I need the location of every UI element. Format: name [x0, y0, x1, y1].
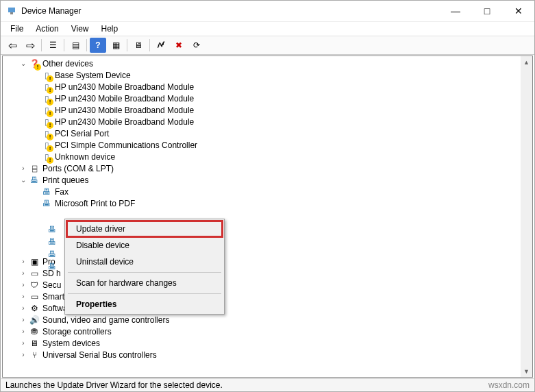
details-icon[interactable]: ▦: [108, 38, 124, 53]
toolbar-separator: [41, 39, 42, 51]
tree-node[interactable]: ›⌸Ports (COM & LPT): [3, 162, 521, 174]
context-menu-item[interactable]: Uninstall device: [66, 254, 223, 270]
expander-closed-icon[interactable]: ›: [18, 303, 29, 314]
expander-closed-icon[interactable]: ›: [18, 280, 29, 291]
printer-icon: 🖶: [47, 223, 58, 235]
update-driver-icon[interactable]: ⟳: [188, 38, 205, 53]
tree-node[interactable]: ▯HP un2430 Mobile Broadband Module: [3, 93, 521, 104]
close-button[interactable]: ✕: [503, 1, 534, 21]
tree-node[interactable]: ⌄❓Other devices: [3, 58, 521, 69]
menu-view[interactable]: View: [66, 23, 95, 34]
expander-placeholder: [30, 186, 41, 197]
tree-node[interactable]: ▯Base System Device: [3, 69, 521, 81]
tree-node[interactable]: ▯HP un2430 Mobile Broadband Module: [3, 116, 521, 127]
context-menu-item[interactable]: Disable device: [66, 237, 223, 254]
toolbar-separator: [86, 39, 87, 51]
tree-node-label: HP un2430 Mobile Broadband Module: [55, 106, 194, 115]
tree-node[interactable]: ›🖥System devices: [3, 337, 521, 349]
tree-node[interactable]: ⌄🖶Print queues: [3, 174, 521, 186]
expander-placeholder: [30, 70, 41, 81]
credit-text: wsxdn.com: [488, 380, 530, 390]
svg-rect-0: [8, 8, 15, 12]
system-icon: 🖥: [29, 338, 40, 349]
maximize-button[interactable]: □: [471, 1, 503, 21]
expander-closed-icon[interactable]: ›: [18, 338, 29, 349]
tree-node-label: HP un2430 Mobile Broadband Module: [55, 82, 194, 92]
status-text: Launches the Update Driver Wizard for th…: [5, 380, 223, 390]
port-icon: ⌸: [29, 163, 40, 174]
usb-icon: ⑂: [29, 350, 40, 360]
menu-file[interactable]: File: [5, 23, 29, 34]
menubar: File Action View Help: [1, 22, 534, 36]
tree-node[interactable]: ›⑂Universal Serial Bus controllers: [3, 349, 521, 360]
titlebar: Device Manager — □ ✕: [1, 1, 534, 22]
expander-placeholder: [30, 198, 41, 209]
tree-node[interactable]: ▯HP un2430 Mobile Broadband Module: [3, 81, 521, 93]
printer-icon: 🖶: [47, 260, 58, 272]
context-menu-item[interactable]: Properties: [66, 296, 223, 313]
expander-closed-icon[interactable]: ›: [18, 326, 29, 337]
window-title: Device Manager: [21, 6, 81, 16]
expander-closed-icon[interactable]: ›: [18, 350, 29, 360]
expander-closed-icon[interactable]: ›: [18, 315, 29, 326]
properties-icon[interactable]: ▤: [67, 38, 84, 53]
help-icon[interactable]: ?: [90, 38, 106, 53]
chip-icon: ▯: [41, 93, 52, 104]
minimize-button[interactable]: —: [440, 1, 471, 21]
tree-node-label: Secu: [42, 280, 61, 290]
tree-node-label: Ports (COM & LPT): [42, 164, 114, 173]
tree-node-label: Universal Serial Bus controllers: [42, 350, 157, 360]
context-menu: Update driverDisable deviceUninstall dev…: [64, 219, 225, 315]
tree-node[interactable]: 🖶Fax: [3, 186, 521, 197]
tree-node-label: Unknown device: [55, 152, 115, 162]
question-icon: ❓: [29, 58, 40, 69]
back-icon[interactable]: ⇦: [4, 38, 21, 53]
card-icon: ▭: [29, 291, 40, 302]
printer-icon: 🖶: [41, 186, 52, 197]
scroll-up-icon[interactable]: ▲: [521, 56, 532, 68]
tree-node[interactable]: ▯HP un2430 Mobile Broadband Module: [3, 104, 521, 116]
printer-icon: 🖶: [41, 198, 52, 209]
tree-node-label: PCI Simple Communications Controller: [55, 140, 197, 150]
tree-node[interactable]: ▯Unknown device: [3, 151, 521, 162]
scan-hardware-icon[interactable]: 🗲: [153, 38, 169, 53]
expander-open-icon[interactable]: ⌄: [18, 175, 29, 186]
tree-node-label: Base System Device: [55, 71, 131, 80]
context-menu-separator: [68, 293, 221, 294]
printer-icon: 🖶: [29, 175, 40, 186]
toolbar-separator: [127, 39, 127, 51]
tree-node[interactable]: ›⛃Storage controllers: [3, 326, 521, 337]
expander-placeholder: [30, 117, 41, 127]
expander-placeholder: [30, 93, 41, 104]
show-hide-tree-icon[interactable]: ☰: [45, 38, 61, 53]
expander-placeholder: [30, 151, 41, 162]
device-tree[interactable]: ⌄❓Other devices▯Base System Device▯HP un…: [3, 56, 532, 377]
context-menu-item[interactable]: Update driver: [66, 221, 223, 237]
uninstall-icon[interactable]: ✖: [171, 38, 187, 53]
shield-icon: 🛡: [29, 280, 40, 291]
tree-node-label: Print queues: [42, 175, 88, 185]
expander-closed-icon[interactable]: ›: [18, 268, 29, 279]
context-menu-item[interactable]: Scan for hardware changes: [66, 275, 223, 291]
chip-icon: ▯: [41, 105, 52, 116]
menu-help[interactable]: Help: [96, 23, 124, 34]
monitor-icon[interactable]: 🖥: [130, 38, 147, 53]
expander-closed-icon[interactable]: ›: [18, 256, 29, 267]
tree-node-label: HP un2430 Mobile Broadband Module: [55, 94, 194, 103]
expander-closed-icon[interactable]: ›: [18, 163, 29, 174]
vertical-scrollbar[interactable]: ▲ ▼: [521, 56, 532, 377]
forward-icon[interactable]: ⇨: [22, 38, 38, 53]
tree-node[interactable]: ▯PCI Simple Communications Controller: [3, 139, 521, 151]
tree-node[interactable]: ›🔊Sound, video and game controllers: [3, 314, 521, 326]
menu-action[interactable]: Action: [30, 23, 64, 34]
toolbar: ⇦⇨☰▤?▦🖥🗲✖⟳: [1, 36, 534, 55]
scroll-down-icon[interactable]: ▼: [521, 365, 532, 377]
obscured-printer-rows: 🖶🖶🖶🖶: [47, 223, 58, 272]
toolbar-separator: [64, 39, 64, 51]
tree-node-label: Other devices: [42, 59, 93, 69]
expander-closed-icon[interactable]: ›: [18, 291, 29, 302]
expander-open-icon[interactable]: ⌄: [18, 58, 29, 69]
tree-node[interactable]: ▯PCI Serial Port: [3, 127, 521, 139]
tree-node[interactable]: 🖶Microsoft Print to PDF: [3, 197, 521, 209]
expander-placeholder: [30, 82, 41, 93]
